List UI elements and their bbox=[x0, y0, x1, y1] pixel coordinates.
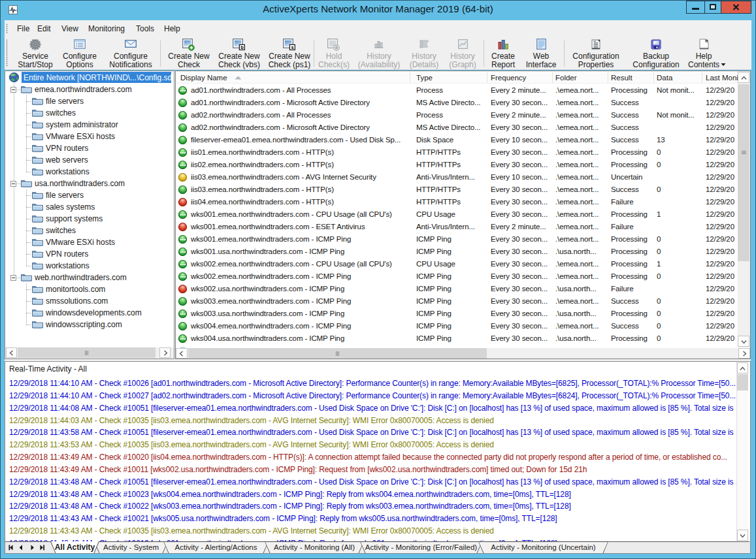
svg-text:s: s bbox=[291, 44, 293, 50]
svg-text:b: b bbox=[240, 44, 244, 50]
